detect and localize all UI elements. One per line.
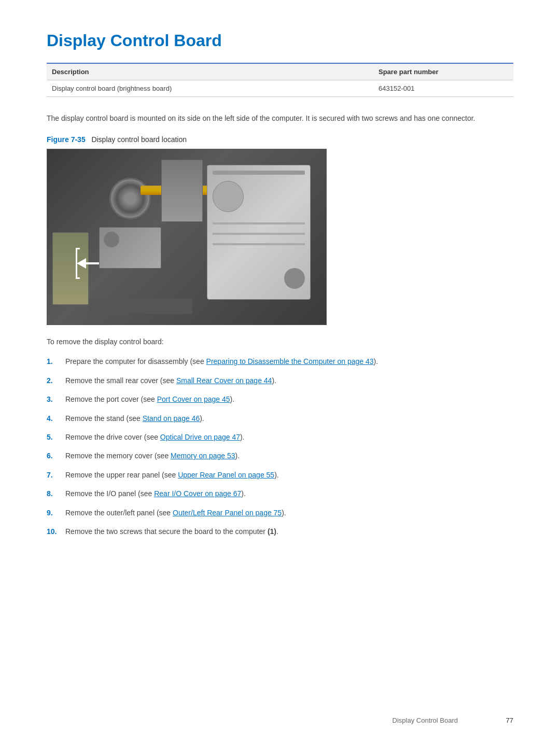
table-header-description: Description bbox=[47, 63, 373, 80]
step-text: Remove the two screws that secure the bo… bbox=[65, 526, 513, 537]
bottom-connector-graphic bbox=[89, 299, 192, 314]
step-text: Remove the I/O panel (see Rear I/O Cover… bbox=[65, 488, 513, 499]
step-number: 4. bbox=[47, 413, 65, 424]
footer-divider bbox=[473, 716, 491, 724]
list-item: 7. Remove the upper rear panel (see Uppe… bbox=[47, 469, 513, 481]
step-bold: (1) bbox=[268, 527, 276, 536]
list-item: 1. Prepare the computer for disassembly … bbox=[47, 356, 513, 367]
instructions-intro: To remove the display control board: bbox=[47, 336, 513, 347]
step-text: Remove the stand (see Stand on page 46). bbox=[65, 413, 513, 424]
board-right-graphic bbox=[207, 165, 311, 300]
footer-chapter-title: Display Control Board bbox=[393, 716, 458, 724]
step-link[interactable]: Outer/Left Rear Panel on page 75 bbox=[173, 509, 282, 517]
step-text: Remove the outer/left panel (see Outer/L… bbox=[65, 507, 513, 518]
page-title: Display Control Board bbox=[47, 31, 513, 50]
upper-center-board bbox=[161, 160, 203, 222]
figure-caption-text: Display control board location bbox=[91, 135, 187, 144]
laptop-interior-graphic bbox=[47, 149, 326, 325]
footer-page-number: 77 bbox=[506, 716, 513, 724]
list-item: 9. Remove the outer/left panel (see Oute… bbox=[47, 507, 513, 518]
step-number: 8. bbox=[47, 488, 65, 499]
step-link[interactable]: Stand on page 46 bbox=[143, 414, 200, 423]
step-link[interactable]: Preparing to Disassemble the Computer on… bbox=[206, 357, 374, 366]
step-text: Remove the upper rear panel (see Upper R… bbox=[65, 469, 513, 481]
step-link[interactable]: Port Cover on page 45 bbox=[157, 395, 230, 403]
figure-image bbox=[47, 149, 327, 325]
step-text: Prepare the computer for disassembly (se… bbox=[65, 356, 513, 367]
step-number: 2. bbox=[47, 375, 65, 386]
step-link[interactable]: Memory on page 53 bbox=[171, 452, 235, 460]
step-number: 7. bbox=[47, 469, 65, 481]
body-description: The display control board is mounted on … bbox=[47, 113, 513, 124]
step-link[interactable]: Rear I/O Cover on page 67 bbox=[154, 489, 241, 498]
list-item: 8. Remove the I/O panel (see Rear I/O Co… bbox=[47, 488, 513, 499]
page-footer: Display Control Board 77 bbox=[393, 716, 513, 724]
list-item: 6. Remove the memory cover (see Memory o… bbox=[47, 450, 513, 461]
list-item: 5. Remove the drive cover (see Optical D… bbox=[47, 431, 513, 443]
step-list: 1. Prepare the computer for disassembly … bbox=[47, 356, 513, 537]
step-link[interactable]: Upper Rear Panel on page 55 bbox=[178, 471, 274, 479]
step-text: Remove the drive cover (see Optical Driv… bbox=[65, 431, 513, 443]
table-cell-description: Display control board (brightness board) bbox=[47, 80, 373, 97]
step-number: 10. bbox=[47, 526, 65, 537]
step-number: 9. bbox=[47, 507, 65, 518]
fan-graphic bbox=[109, 178, 151, 219]
step-number: 5. bbox=[47, 431, 65, 443]
step-link[interactable]: Small Rear Cover on page 44 bbox=[176, 376, 272, 385]
table-header-spare-part: Spare part number bbox=[373, 63, 513, 80]
parts-table: Description Spare part number Display co… bbox=[47, 63, 513, 97]
list-item: 3. Remove the port cover (see Port Cover… bbox=[47, 393, 513, 405]
list-item: 4. Remove the stand (see Stand on page 4… bbox=[47, 413, 513, 424]
step-number: 1. bbox=[47, 356, 65, 367]
step-number: 3. bbox=[47, 393, 65, 405]
step-number: 6. bbox=[47, 450, 65, 461]
list-item: 2. Remove the small rear cover (see Smal… bbox=[47, 375, 513, 386]
step-text: Remove the port cover (see Port Cover on… bbox=[65, 393, 513, 405]
step-text: Remove the small rear cover (see Small R… bbox=[65, 375, 513, 386]
figure-label: Figure 7-35 bbox=[47, 135, 86, 144]
table-row: Display control board (brightness board)… bbox=[47, 80, 513, 97]
center-board-graphic bbox=[99, 227, 161, 269]
list-item: 10. Remove the two screws that secure th… bbox=[47, 526, 513, 537]
table-cell-part-number: 643152-001 bbox=[373, 80, 513, 97]
step-link[interactable]: Optical Drive on page 47 bbox=[160, 433, 240, 441]
figure-caption: Figure 7-35 Display control board locati… bbox=[47, 135, 513, 144]
step-text: Remove the memory cover (see Memory on p… bbox=[65, 450, 513, 461]
